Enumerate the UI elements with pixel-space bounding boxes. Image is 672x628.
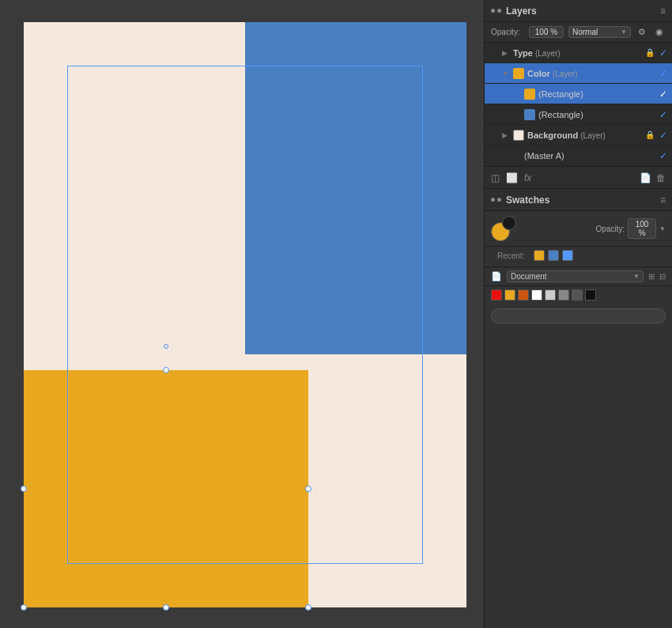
color-swatch-lightgray[interactable] bbox=[545, 289, 556, 301]
layer-bg-check: ✓ bbox=[659, 130, 667, 141]
layer-color-box bbox=[513, 68, 524, 79]
doc-swatches-row: 📄 Document ▼ ⊞ ⊟ bbox=[485, 267, 672, 286]
color-swatch-orange[interactable] bbox=[504, 289, 515, 301]
search-row bbox=[485, 304, 672, 328]
handle-bot-center bbox=[163, 604, 169, 611]
dot1 bbox=[491, 9, 495, 13]
color-swatch-darkgray[interactable] bbox=[572, 289, 583, 301]
swatches-search-input[interactable] bbox=[491, 308, 666, 323]
handle-mid-left bbox=[21, 486, 27, 492]
layers-icon[interactable]: ◫ bbox=[491, 172, 500, 183]
layer-item-master[interactable]: (Master A) ✓ bbox=[485, 146, 672, 166]
layer-type-lock: 🔒 bbox=[645, 48, 655, 57]
handle-top-center bbox=[163, 367, 169, 373]
canvas-area bbox=[0, 0, 484, 628]
rect-yellow bbox=[24, 370, 308, 607]
swatch-opacity-section: Opacity: 100 % ▼ bbox=[595, 218, 666, 239]
recent-label: Recent: bbox=[491, 248, 530, 262]
layers-opacity-row: Opacity: 100 % Normal ▼ ⚙ ◉ bbox=[485, 22, 672, 43]
layer-rect1-check: ✓ bbox=[659, 89, 667, 100]
rect-blue bbox=[245, 22, 466, 354]
swatches-panel-header-left: Swatches bbox=[491, 195, 549, 206]
sdot1 bbox=[491, 198, 495, 202]
doc-label-select[interactable]: Document ▼ bbox=[507, 270, 644, 282]
artboard bbox=[24, 22, 466, 607]
layer-bg-color-box bbox=[513, 130, 524, 141]
layers-panel-header-left: Layers bbox=[491, 6, 537, 17]
layers-list: ▶ Type (Layer) 🔒 ✓ ▼ Color (Layer) ✓ (Re… bbox=[485, 43, 672, 166]
mask-icon[interactable]: ⬜ bbox=[506, 172, 518, 183]
fx-icon[interactable]: fx bbox=[524, 172, 531, 183]
rotation-handle bbox=[164, 344, 168, 349]
layers-panel-footer: ◫ ⬜ fx 📄 🗑 bbox=[485, 166, 672, 188]
layer-bg-lock: 🔒 bbox=[645, 131, 655, 139]
swatches-panel-title: Swatches bbox=[506, 195, 549, 206]
layer-item-rect2[interactable]: (Rectangle) ✓ bbox=[485, 104, 672, 125]
right-panel: Layers ≡ Opacity: 100 % Normal ▼ ⚙ ◉ ▶ T… bbox=[484, 0, 672, 628]
doc-arrow: ▼ bbox=[633, 273, 640, 280]
layer-bg-expand: ▶ bbox=[502, 131, 510, 139]
layers-opacity-value[interactable]: 100 % bbox=[529, 26, 564, 38]
layer-rect2-name: (Rectangle) bbox=[538, 110, 656, 119]
swatch-color-preview[interactable] bbox=[491, 216, 516, 241]
layer-rect1-color-box bbox=[524, 89, 535, 100]
layers-panel: Layers ≡ Opacity: 100 % Normal ▼ ⚙ ◉ ▶ T… bbox=[485, 0, 672, 189]
add-layer-icon[interactable]: 📄 bbox=[640, 172, 651, 183]
layer-color-expand: ▼ bbox=[502, 70, 510, 78]
grid2-icon[interactable]: ⊟ bbox=[659, 272, 666, 281]
doc-icon: 📄 bbox=[491, 271, 502, 282]
recent-swatch-3[interactable] bbox=[562, 250, 573, 261]
swatches-panel-dots bbox=[491, 198, 501, 202]
layer-rect1-name: (Rectangle) bbox=[538, 89, 656, 99]
layer-visibility-icon[interactable]: ◉ bbox=[653, 26, 666, 39]
blend-mode-dropdown[interactable]: Normal ▼ bbox=[568, 26, 631, 38]
blend-mode-arrow: ▼ bbox=[621, 28, 627, 36]
handle-bot-left bbox=[21, 604, 27, 611]
recent-swatch-2[interactable] bbox=[548, 250, 559, 261]
layer-item-color[interactable]: ▼ Color (Layer) ✓ bbox=[485, 63, 672, 84]
layer-master-check: ✓ bbox=[659, 150, 667, 161]
swatches-panel-header: Swatches ≡ bbox=[485, 189, 672, 211]
layer-color-check: ✓ bbox=[659, 68, 667, 79]
layer-item-rect1[interactable]: (Rectangle) ✓ bbox=[485, 84, 672, 104]
layers-footer-left: ◫ ⬜ fx bbox=[491, 172, 531, 183]
color-swatch-darkorange[interactable] bbox=[518, 289, 529, 301]
color-swatch-red[interactable] bbox=[491, 289, 502, 301]
dot2 bbox=[497, 9, 501, 13]
layer-bg-name: Background (Layer) bbox=[527, 131, 642, 140]
layer-type-expand: ▶ bbox=[502, 49, 510, 57]
color-swatch-gray[interactable] bbox=[558, 289, 569, 301]
layer-item-background[interactable]: ▶ Background (Layer) 🔒 ✓ bbox=[485, 125, 672, 146]
layers-footer-right: 📄 🗑 bbox=[640, 172, 666, 183]
layers-menu-icon[interactable]: ≡ bbox=[660, 6, 666, 17]
recent-swatches: Recent: bbox=[485, 247, 672, 267]
swatch-opacity-label: Opacity: bbox=[595, 225, 625, 233]
swatches-panel: Swatches ≡ Opacity: 100 % ▼ Recent: bbox=[485, 189, 672, 628]
swatch-secondary-color bbox=[502, 216, 516, 230]
layer-type-check: ✓ bbox=[659, 47, 667, 59]
handle-bot-right bbox=[305, 604, 311, 611]
delete-layer-icon[interactable]: 🗑 bbox=[656, 172, 666, 183]
layer-type-name: Type (Layer) bbox=[513, 48, 642, 58]
color-swatch-white[interactable] bbox=[531, 289, 542, 301]
layer-color-name: Color (Layer) bbox=[527, 69, 656, 78]
swatches-toolbar: Opacity: 100 % ▼ bbox=[485, 211, 672, 247]
layer-item-type[interactable]: ▶ Type (Layer) 🔒 ✓ bbox=[485, 43, 672, 63]
swatches-menu-icon[interactable]: ≡ bbox=[660, 195, 666, 206]
handle-mid-right bbox=[305, 486, 311, 492]
layer-master-name: (Master A) bbox=[513, 151, 656, 161]
layer-rect2-check: ✓ bbox=[659, 109, 667, 120]
color-swatches-grid bbox=[485, 286, 672, 304]
layers-panel-title: Layers bbox=[506, 6, 537, 17]
layer-settings-icon[interactable]: ⚙ bbox=[636, 26, 648, 39]
grid-icon[interactable]: ⊞ bbox=[648, 272, 655, 281]
opacity-label: Opacity: bbox=[491, 28, 524, 36]
swatch-opacity-value[interactable]: 100 % bbox=[628, 218, 656, 239]
sdot2 bbox=[497, 198, 501, 202]
layers-panel-header: Layers ≡ bbox=[485, 0, 672, 22]
recent-swatch-1[interactable] bbox=[534, 250, 545, 261]
color-swatch-black[interactable] bbox=[585, 289, 596, 301]
layer-rect2-color-box bbox=[524, 109, 535, 120]
swatch-opacity-arrow: ▼ bbox=[659, 225, 666, 233]
layers-panel-dots bbox=[491, 9, 501, 13]
